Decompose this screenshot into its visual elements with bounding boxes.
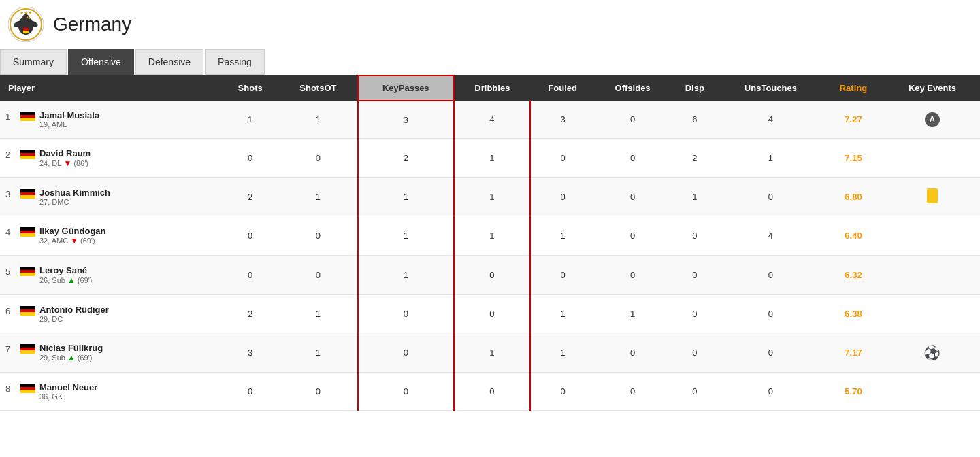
key-events-cell bbox=[885, 216, 980, 256]
offsides-val: 0 bbox=[595, 373, 670, 411]
rating-number: 6.38 bbox=[845, 309, 862, 319]
player-name: Leroy Sané bbox=[39, 265, 92, 275]
keypasses-val: 1 bbox=[358, 216, 454, 256]
table-row: 7 Niclas Füllkrug 29, Sub ▲ (69') 310110… bbox=[0, 333, 980, 373]
tab-offensive[interactable]: Offensive bbox=[68, 49, 134, 75]
row-number: 8 bbox=[5, 382, 16, 394]
shotsot-val: 0 bbox=[279, 373, 358, 411]
offsides-val: 0 bbox=[595, 178, 670, 216]
row-number: 6 bbox=[5, 305, 16, 316]
key-events-cell bbox=[885, 139, 980, 178]
fouled-val: 0 bbox=[530, 256, 595, 295]
player-cell: 8 Manuel Neuer 36, GK bbox=[0, 373, 221, 411]
player-cell: 4 Ilkay Gündogan 32, AMC ▼ (69') bbox=[0, 216, 221, 256]
player-meta: 29, DC bbox=[39, 315, 109, 323]
assist-badge: A bbox=[925, 112, 940, 127]
key-events-cell: A bbox=[885, 101, 980, 139]
row-number: 3 bbox=[5, 188, 16, 199]
shotsot-val: 0 bbox=[279, 216, 358, 256]
shotsot-val: 1 bbox=[279, 295, 358, 333]
fouled-val: 1 bbox=[530, 333, 595, 373]
germany-flag-icon bbox=[20, 306, 35, 316]
germany-flag-icon bbox=[20, 227, 35, 237]
rating-val: 6.80 bbox=[822, 178, 885, 216]
shots-val: 0 bbox=[221, 373, 279, 411]
table-row: 2 David Raum 24, DL ▼ (86') 002100217.15 bbox=[0, 139, 980, 178]
row-number: 5 bbox=[5, 265, 16, 277]
offsides-val: 0 bbox=[595, 139, 670, 178]
col-header-keypasses: KeyPasses bbox=[358, 75, 454, 101]
unstouches-val: 0 bbox=[719, 256, 822, 295]
shotsot-val: 0 bbox=[279, 139, 358, 178]
offsides-val: 1 bbox=[595, 295, 670, 333]
shots-val: 0 bbox=[221, 216, 279, 256]
col-header-keyevents: Key Events bbox=[885, 75, 980, 101]
rating-val: 7.15 bbox=[822, 139, 885, 178]
tab-summary[interactable]: Summary bbox=[0, 49, 67, 75]
rating-number: 7.15 bbox=[845, 153, 862, 163]
svg-rect-11 bbox=[23, 28, 29, 31]
rating-number: 6.40 bbox=[845, 231, 862, 241]
sub-arrow-down-icon: ▼ bbox=[70, 236, 78, 246]
dribbles-val: 1 bbox=[454, 333, 530, 373]
tab-passing[interactable]: Passing bbox=[205, 49, 265, 75]
dribbles-val: 0 bbox=[454, 373, 530, 411]
key-events-cell: ⚽ bbox=[885, 333, 980, 373]
shotsot-val: 1 bbox=[279, 101, 358, 139]
player-name: Jamal Musiala bbox=[39, 110, 99, 120]
fouled-val: 3 bbox=[530, 101, 595, 139]
offsides-val: 0 bbox=[595, 333, 670, 373]
col-header-fouled: Fouled bbox=[530, 75, 595, 101]
disp-val: 0 bbox=[670, 295, 719, 333]
shotsot-val: 0 bbox=[279, 256, 358, 295]
shotsot-val: 1 bbox=[279, 178, 358, 216]
col-header-rating: Rating bbox=[822, 75, 885, 101]
rating-number: 6.80 bbox=[845, 192, 862, 202]
keypasses-val: 1 bbox=[358, 178, 454, 216]
tab-defensive[interactable]: Defensive bbox=[135, 49, 203, 75]
player-name: Antonio Rüdiger bbox=[39, 305, 109, 315]
player-cell: 7 Niclas Füllkrug 29, Sub ▲ (69') bbox=[0, 333, 221, 373]
germany-flag-icon bbox=[20, 112, 35, 121]
player-meta: 27, DMC bbox=[39, 198, 110, 206]
player-meta: 26, Sub ▲ (69') bbox=[39, 275, 92, 285]
dribbles-val: 1 bbox=[454, 178, 530, 216]
offsides-val: 0 bbox=[595, 256, 670, 295]
rating-val: 5.70 bbox=[822, 373, 885, 411]
sub-arrow-down-icon: ▼ bbox=[63, 158, 71, 168]
shots-val: 3 bbox=[221, 333, 279, 373]
shots-val: 2 bbox=[221, 178, 279, 216]
player-name: Niclas Füllkrug bbox=[39, 343, 103, 353]
goal-ball-icon: ⚽ bbox=[924, 345, 941, 360]
row-number: 7 bbox=[5, 343, 16, 354]
keypasses-val: 1 bbox=[358, 256, 454, 295]
unstouches-val: 0 bbox=[719, 373, 822, 411]
dribbles-val: 1 bbox=[454, 216, 530, 256]
germany-flag-icon bbox=[20, 150, 35, 159]
shots-val: 1 bbox=[221, 101, 279, 139]
unstouches-val: 4 bbox=[719, 101, 822, 139]
sub-arrow-up-icon: ▲ bbox=[67, 353, 76, 362]
keypasses-val: 0 bbox=[358, 295, 454, 333]
rating-number: 5.70 bbox=[845, 386, 862, 396]
player-cell: 6 Antonio Rüdiger 29, DC bbox=[0, 295, 221, 333]
germany-flag-icon bbox=[20, 344, 35, 354]
dribbles-val: 0 bbox=[454, 256, 530, 295]
key-events-cell bbox=[885, 373, 980, 411]
rating-val: 6.38 bbox=[822, 295, 885, 333]
dribbles-val: 4 bbox=[454, 101, 530, 139]
unstouches-val: 0 bbox=[719, 178, 822, 216]
row-number: 4 bbox=[5, 226, 16, 237]
keypasses-val: 0 bbox=[358, 333, 454, 373]
player-cell: 3 Joshua Kimmich 27, DMC bbox=[0, 178, 221, 216]
fouled-val: 0 bbox=[530, 373, 595, 411]
row-number: 1 bbox=[5, 110, 16, 122]
germany-flag-icon bbox=[20, 189, 35, 199]
yellow-card-icon bbox=[927, 188, 938, 203]
rating-number: 6.32 bbox=[845, 270, 862, 280]
sub-arrow-up-icon: ▲ bbox=[67, 275, 76, 285]
col-header-player: Player bbox=[0, 75, 221, 101]
rating-number: 7.17 bbox=[845, 348, 862, 358]
key-events-cell bbox=[885, 256, 980, 295]
table-row: 8 Manuel Neuer 36, GK 000000005.70 bbox=[0, 373, 980, 411]
